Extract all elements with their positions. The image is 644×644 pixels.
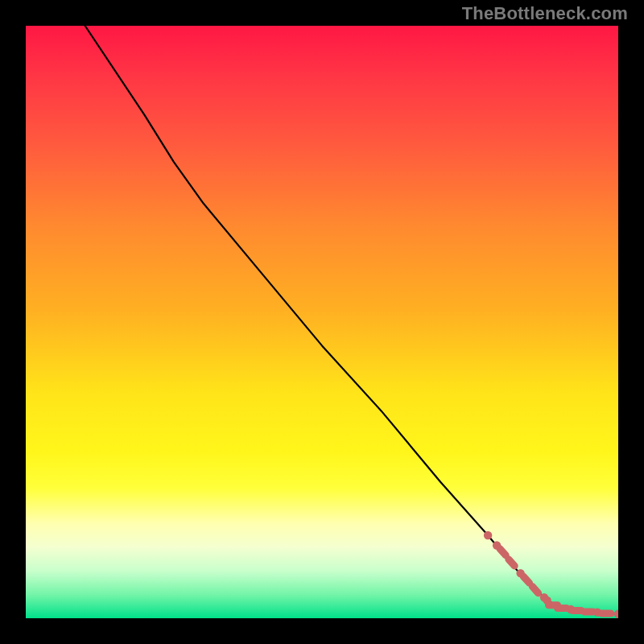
watermark-text: TheBottleneck.com [462, 3, 628, 24]
marker-dash [523, 576, 529, 583]
chart-frame: TheBottleneck.com [0, 0, 644, 644]
bottleneck-curve [85, 26, 618, 614]
marker-dash [532, 587, 538, 593]
marker-group [484, 531, 618, 618]
marker-dot [614, 610, 618, 618]
marker-dash [500, 549, 506, 555]
marker-dot [484, 531, 492, 539]
chart-overlay-svg [26, 26, 618, 618]
plot-area [26, 26, 618, 618]
marker-dash [509, 559, 514, 566]
